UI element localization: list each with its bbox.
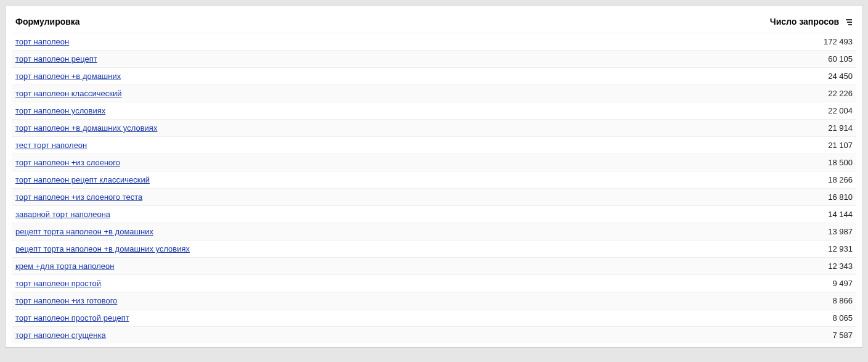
count-cell: 22 004 [764,102,856,120]
query-cell: рецепт торта наполеон +в домашних [12,223,764,241]
table-row: рецепт торта наполеон +в домашних услови… [12,241,856,258]
svg-rect-1 [847,22,852,23]
sort-desc-icon [845,19,853,26]
count-cell: 13 987 [764,223,856,241]
query-cell: торт наполеон простой [12,275,764,292]
table-row: крем +для торта наполеон12 343 [12,258,856,275]
count-cell: 16 810 [764,189,856,206]
count-cell: 9 497 [764,275,856,292]
query-link[interactable]: торт наполеон +в домашних условиях [15,123,157,133]
keywords-table: Формулировка Число запросов торт наполео… [12,12,856,343]
query-link[interactable]: торт наполеон +из слоеного [15,158,120,167]
table-row: торт наполеон простой9 497 [12,275,856,292]
query-link[interactable]: торт наполеон +из слоеного теста [15,192,142,202]
query-cell: торт наполеон +из слоеного теста [12,189,764,206]
table-row: торт наполеон сгущенка7 587 [12,327,856,344]
query-cell: торт наполеон рецепт классический [12,171,764,189]
query-link[interactable]: торт наполеон условиях [15,106,105,115]
query-link[interactable]: торт наполеон классический [15,89,121,98]
count-cell: 21 107 [764,137,856,154]
table-row: торт наполеон классический22 226 [12,85,856,102]
table-row: торт наполеон +в домашних условиях21 914 [12,120,856,137]
table-row: торт наполеон +в домашних24 450 [12,68,856,85]
table-row: торт наполеон рецепт60 105 [12,51,856,68]
table-row: торт наполеон простой рецепт8 065 [12,310,856,327]
query-cell: рецепт торта наполеон +в домашних услови… [12,241,764,258]
table-row: торт наполеон +из готового8 866 [12,292,856,310]
query-cell: торт наполеон условиях [12,102,764,120]
query-link[interactable]: крем +для торта наполеон [15,261,114,271]
query-link[interactable]: рецепт торта наполеон +в домашних [15,227,153,236]
count-cell: 172 493 [764,33,856,51]
table-row: торт наполеон рецепт классический18 266 [12,171,856,189]
query-cell: заварной торт наполеона [12,206,764,223]
query-link[interactable]: торт наполеон рецепт [15,54,97,64]
query-cell: торт наполеон +из готового [12,292,764,310]
query-link[interactable]: торт наполеон +в домашних [15,72,121,81]
table-panel: Формулировка Число запросов торт наполео… [5,5,863,348]
query-link[interactable]: торт наполеон простой [15,279,101,288]
table-row: торт наполеон +из слоеного18 500 [12,154,856,171]
query-link[interactable]: торт наполеон [15,37,69,46]
count-cell: 24 450 [764,68,856,85]
count-cell: 21 914 [764,120,856,137]
table-row: торт наполеон условиях22 004 [12,102,856,120]
count-cell: 14 144 [764,206,856,223]
query-link[interactable]: заварной торт наполеона [15,210,110,219]
count-cell: 12 931 [764,241,856,258]
count-cell: 60 105 [764,51,856,68]
query-cell: торт наполеон +из слоеного [12,154,764,171]
query-link[interactable]: торт наполеон +из готового [15,296,117,305]
query-link[interactable]: рецепт торта наполеон +в домашних услови… [15,244,190,253]
query-cell: торт наполеон классический [12,85,764,102]
query-cell: торт наполеон +в домашних условиях [12,120,764,137]
count-cell: 7 587 [764,327,856,344]
query-cell: торт наполеон +в домашних [12,68,764,85]
table-row: торт наполеон172 493 [12,33,856,51]
svg-rect-2 [848,24,852,25]
table-row: торт наполеон +из слоеного теста16 810 [12,189,856,206]
query-link[interactable]: торт наполеон сгущенка [15,331,106,340]
query-cell: торт наполеон рецепт [12,51,764,68]
query-cell: торт наполеон [12,33,764,51]
table-row: тест торт наполеон21 107 [12,137,856,154]
query-cell: торт наполеон сгущенка [12,327,764,344]
query-cell: торт наполеон простой рецепт [12,310,764,327]
column-header-count[interactable]: Число запросов [764,12,856,33]
query-link[interactable]: тест торт наполеон [15,141,87,150]
svg-rect-0 [846,19,852,20]
count-cell: 18 266 [764,171,856,189]
column-header-query[interactable]: Формулировка [12,12,764,33]
count-cell: 8 065 [764,310,856,327]
count-cell: 18 500 [764,154,856,171]
query-cell: тест торт наполеон [12,137,764,154]
query-link[interactable]: торт наполеон простой рецепт [15,313,129,323]
count-cell: 12 343 [764,258,856,275]
count-cell: 22 226 [764,85,856,102]
query-cell: крем +для торта наполеон [12,258,764,275]
query-link[interactable]: торт наполеон рецепт классический [15,175,150,184]
column-header-count-label: Число запросов [770,17,839,27]
count-cell: 8 866 [764,292,856,310]
table-row: заварной торт наполеона14 144 [12,206,856,223]
table-row: рецепт торта наполеон +в домашних13 987 [12,223,856,241]
